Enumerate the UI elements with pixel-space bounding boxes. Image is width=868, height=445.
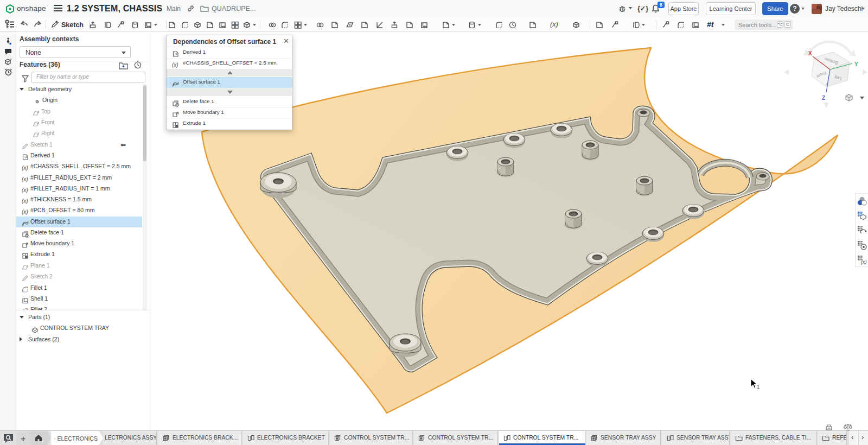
svg-text:(x): (x) [22,165,28,171]
svg-text:1: 1 [757,384,760,390]
svg-text:(x): (x) [172,62,178,68]
svg-text:X: X [808,50,812,56]
svg-text:Z: Z [822,95,825,101]
svg-text:(x): (x) [22,198,28,204]
svg-text:?: ? [10,58,12,62]
svg-text:(x): (x) [22,209,28,215]
svg-text:Y: Y [854,61,858,67]
svg-text:(x): (x) [861,259,867,265]
svg-text:(x): (x) [22,187,28,193]
svg-text:(x): (x) [22,176,28,182]
